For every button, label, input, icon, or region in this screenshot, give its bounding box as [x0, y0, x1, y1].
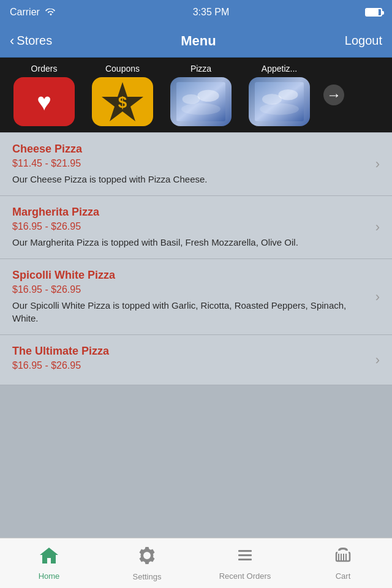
- menu-item-2-content: Spicolli White Pizza $16.95 - $26.95 Our…: [12, 269, 375, 325]
- tab-cart-label: Cart: [336, 571, 351, 581]
- svg-text:$: $: [118, 93, 127, 111]
- category-pizza-label: Pizza: [190, 64, 211, 74]
- home-icon: [39, 546, 59, 569]
- scroll-right-arrow[interactable]: →: [323, 85, 344, 105]
- menu-item-3-content: The Ultimate Pizza $16.95 - $26.95: [12, 345, 375, 375]
- category-orders-label: Orders: [31, 64, 58, 74]
- back-chevron-icon: ‹: [10, 33, 14, 49]
- category-orders[interactable]: Orders ♥: [7, 64, 81, 126]
- battery-icon: [365, 8, 382, 17]
- category-appetizers[interactable]: Appetiz...: [243, 64, 316, 126]
- menu-list: Cheese Pizza $11.45 - $21.95 Our Cheese …: [0, 132, 392, 538]
- category-pizza[interactable]: Pizza: [164, 64, 238, 126]
- menu-item-0-content: Cheese Pizza $11.45 - $21.95 Our Cheese …: [12, 143, 375, 186]
- svg-rect-12: [238, 554, 252, 556]
- pizza-image: [176, 80, 225, 123]
- svg-point-3: [181, 103, 221, 115]
- nav-title: Menu: [181, 33, 216, 49]
- menu-item-0-chevron: ›: [375, 156, 380, 172]
- menu-item-1-content: Margherita Pizza $16.95 - $26.95 Our Mar…: [12, 206, 375, 249]
- menu-item-3[interactable]: The Ultimate Pizza $16.95 - $26.95 ›: [0, 335, 392, 385]
- logout-button[interactable]: Logout: [345, 34, 382, 48]
- menu-item-2[interactable]: Spicolli White Pizza $16.95 - $26.95 Our…: [0, 259, 392, 335]
- tab-settings-label: Settings: [133, 572, 162, 581]
- tab-home[interactable]: Home: [0, 546, 98, 581]
- tab-recent-orders-label: Recent Orders: [219, 571, 271, 581]
- nav-bar: ‹ Stores Menu Logout: [0, 24, 392, 58]
- status-left: Carrier: [10, 7, 57, 18]
- menu-item-2-name: Spicolli White Pizza: [12, 269, 363, 282]
- menu-item-3-chevron: ›: [375, 352, 380, 368]
- app-container: Carrier 3:35 PM ‹ Stores Menu Logout Ord…: [0, 0, 392, 588]
- menu-item-0[interactable]: Cheese Pizza $11.45 - $21.95 Our Cheese …: [0, 132, 392, 196]
- tab-cart[interactable]: Cart: [294, 546, 392, 581]
- status-bar: Carrier 3:35 PM: [0, 0, 392, 24]
- cart-icon: [333, 546, 353, 569]
- category-bar: Orders ♥ Coupons $ Pizza: [0, 58, 392, 132]
- menu-item-0-price: $11.45 - $21.95: [12, 158, 363, 169]
- back-button[interactable]: ‹ Stores: [10, 33, 52, 49]
- svg-point-4: [183, 94, 200, 104]
- appetizers-icon: [249, 77, 310, 126]
- svg-point-5: [197, 90, 219, 102]
- svg-point-9: [278, 89, 298, 100]
- svg-rect-11: [238, 550, 252, 552]
- tab-settings[interactable]: Settings: [98, 546, 196, 581]
- back-label: Stores: [17, 34, 52, 48]
- menu-item-1-chevron: ›: [375, 219, 380, 235]
- appetizers-image: [255, 80, 304, 123]
- svg-point-7: [260, 103, 299, 115]
- time-display: 3:35 PM: [193, 7, 230, 18]
- menu-item-0-name: Cheese Pizza: [12, 143, 363, 156]
- menu-item-1-price: $16.95 - $26.95: [12, 221, 363, 232]
- pizza-icon: [170, 77, 232, 126]
- wifi-icon: [45, 7, 57, 18]
- tab-home-label: Home: [39, 571, 60, 581]
- svg-point-10: [145, 553, 149, 557]
- tab-recent-orders[interactable]: Recent Orders: [196, 546, 294, 581]
- menu-item-3-price: $16.95 - $26.95: [12, 360, 363, 371]
- menu-item-2-desc: Our Spicolli White Pizza is topped with …: [12, 299, 363, 325]
- recent-orders-icon: [236, 546, 254, 569]
- menu-item-2-chevron: ›: [375, 289, 380, 305]
- orders-icon: ♥: [13, 77, 75, 126]
- category-appetizers-label: Appetiz...: [262, 64, 297, 74]
- menu-item-1[interactable]: Margherita Pizza $16.95 - $26.95 Our Mar…: [0, 196, 392, 259]
- menu-item-3-name: The Ultimate Pizza: [12, 345, 363, 358]
- tab-bar: Home Settings Recent Orders: [0, 538, 392, 588]
- category-coupons-label: Coupons: [105, 64, 140, 74]
- category-coupons[interactable]: Coupons $: [86, 64, 159, 126]
- svg-rect-13: [238, 559, 252, 560]
- menu-item-1-desc: Our Margherita Pizza is topped with Basi…: [12, 236, 363, 249]
- svg-rect-19: [337, 551, 349, 554]
- menu-item-0-desc: Our Cheese Pizza is topped with Pizza Ch…: [12, 173, 363, 186]
- menu-item-2-price: $16.95 - $26.95: [12, 284, 363, 295]
- settings-icon: [137, 546, 157, 570]
- carrier-label: Carrier: [10, 7, 40, 18]
- star-dollar-icon: $: [100, 80, 145, 124]
- coupons-icon: $: [92, 77, 153, 126]
- menu-item-1-name: Margherita Pizza: [12, 206, 363, 219]
